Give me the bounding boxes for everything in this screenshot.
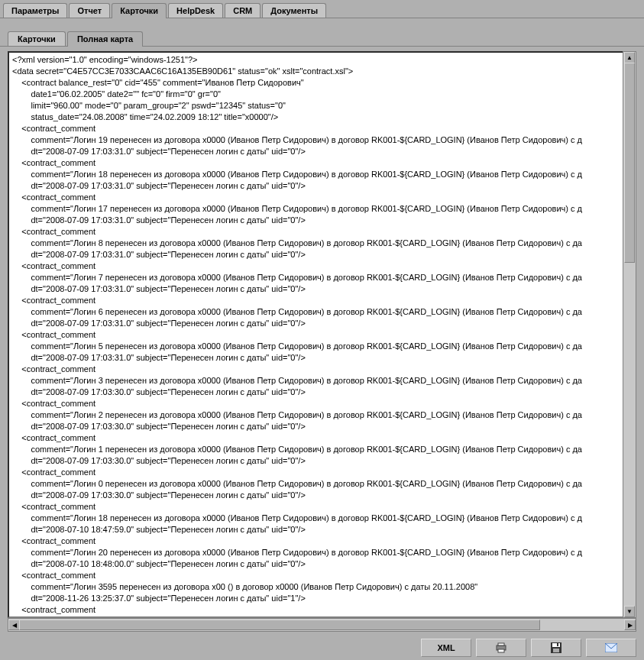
- printer-icon: [495, 642, 507, 653]
- envelope-icon: [605, 643, 617, 652]
- app-window: Параметры Отчет Карточки HelpDesk CRM До…: [0, 0, 644, 660]
- svg-rect-2: [498, 649, 504, 652]
- svg-rect-5: [553, 649, 559, 652]
- scroll-up-arrow-icon[interactable]: ▲: [624, 52, 635, 63]
- svg-rect-4: [552, 643, 560, 647]
- vertical-scrollbar[interactable]: ▲ ▼: [623, 51, 636, 618]
- svg-rect-6: [557, 643, 558, 646]
- vscroll-thumb[interactable]: [624, 63, 635, 263]
- scroll-left-arrow-icon[interactable]: ◀: [8, 620, 20, 630]
- top-tabbar: Параметры Отчет Карточки HelpDesk CRM До…: [0, 0, 644, 18]
- xml-button[interactable]: XML: [421, 639, 471, 657]
- mail-button[interactable]: [586, 639, 636, 657]
- xml-button-label: XML: [437, 643, 455, 652]
- tab-crm[interactable]: CRM: [225, 3, 261, 18]
- save-button[interactable]: [531, 639, 581, 657]
- subtab-cards[interactable]: Карточки: [8, 31, 66, 46]
- scroll-down-arrow-icon[interactable]: ▼: [624, 606, 635, 617]
- subtab-fullmap[interactable]: Полная карта: [67, 31, 143, 47]
- floppy-disk-icon: [551, 642, 561, 653]
- bottom-toolbar: XML: [0, 636, 644, 660]
- scroll-right-arrow-icon[interactable]: ▶: [624, 620, 636, 630]
- sub-tabbar: Карточки Полная карта: [0, 18, 644, 47]
- tab-docs[interactable]: Документы: [262, 3, 326, 18]
- hscroll-thumb[interactable]: [19, 620, 540, 630]
- xml-text-area[interactable]: <?xml version="1.0" encoding="windows-12…: [8, 51, 636, 618]
- tab-helpdesk[interactable]: HelpDesk: [168, 3, 223, 18]
- content-panel: <?xml version="1.0" encoding="windows-12…: [6, 50, 638, 633]
- horizontal-scrollbar[interactable]: ◀ ▶: [8, 618, 636, 632]
- tab-params[interactable]: Параметры: [3, 3, 67, 18]
- print-button[interactable]: [476, 639, 526, 657]
- tab-cards[interactable]: Карточки: [112, 3, 167, 18]
- svg-rect-1: [498, 643, 504, 645]
- tab-report[interactable]: Отчет: [69, 3, 110, 18]
